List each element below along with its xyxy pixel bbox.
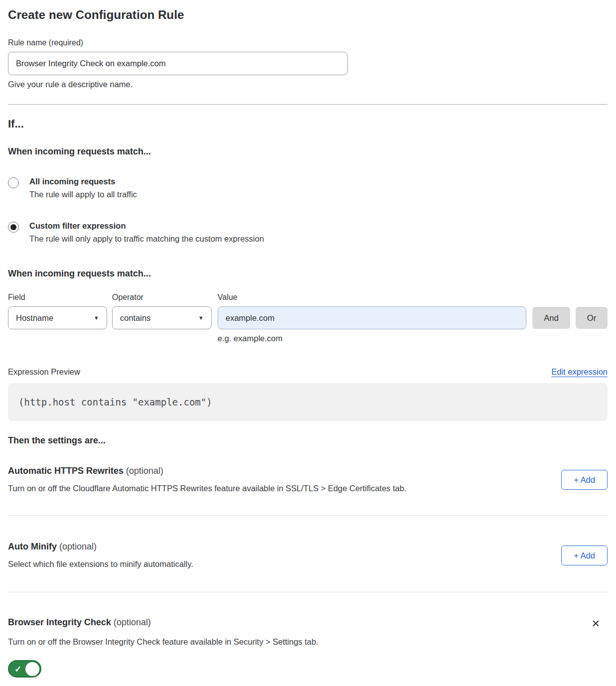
add-automatic-https-rewrites-button[interactable]: + Add — [561, 470, 608, 490]
section-divider — [8, 592, 608, 592]
field-column-label: Field — [8, 293, 107, 302]
operator-column-label: Operator — [112, 293, 212, 302]
section-divider — [8, 104, 608, 105]
operator-select-value: contains — [120, 313, 150, 323]
radio-option-custom-filter-expression[interactable]: Custom filter expression The rule will o… — [8, 221, 608, 244]
edit-expression-link[interactable]: Edit expression — [551, 367, 608, 377]
radio-label: All incoming requests — [29, 177, 137, 186]
add-auto-minify-button[interactable]: + Add — [561, 546, 608, 565]
chevron-down-icon: ▼ — [94, 315, 99, 321]
radio-description: The rule will only apply to traffic matc… — [29, 234, 264, 244]
radio-button-all-incoming[interactable] — [8, 177, 19, 188]
radio-description: The rule will apply to all traffic — [29, 190, 137, 199]
setting-optional-tag: (optional) — [57, 542, 97, 551]
rule-name-label: Rule name (required) — [8, 38, 608, 47]
setting-browser-integrity-check: Browser Integrity Check (optional) ✕ Tur… — [8, 617, 608, 678]
setting-optional-tag: (optional) — [111, 617, 151, 627]
setting-automatic-https-rewrites: Automatic HTTPS Rewrites (optional) Turn… — [8, 466, 608, 493]
field-select[interactable]: Hostname ▼ — [8, 306, 107, 329]
then-settings-heading: Then the settings are... — [8, 435, 608, 446]
expression-builder-row: Field Hostname ▼ Operator contains ▼ Val… — [8, 293, 608, 329]
operator-select[interactable]: contains ▼ — [112, 306, 212, 329]
setting-description: Turn on or off the Cloudflare Automatic … — [8, 484, 406, 493]
or-button[interactable]: Or — [576, 307, 608, 329]
setting-title: Automatic HTTPS Rewrites — [8, 466, 123, 476]
radio-option-all-incoming-requests[interactable]: All incoming requests The rule will appl… — [8, 177, 608, 199]
setting-title: Browser Integrity Check — [8, 617, 111, 627]
rule-name-input[interactable] — [8, 52, 348, 75]
expression-builder-heading: When incoming requests match... — [8, 269, 608, 279]
if-heading: If... — [8, 118, 608, 131]
section-divider — [8, 515, 608, 516]
close-icon[interactable]: ✕ — [590, 617, 601, 630]
radio-button-custom-filter[interactable] — [8, 222, 19, 233]
browser-integrity-check-toggle[interactable]: ✓ — [8, 660, 41, 678]
radio-label: Custom filter expression — [29, 221, 264, 231]
expression-preview-label: Expression Preview — [8, 367, 80, 377]
rule-name-helper: Give your rule a descriptive name. — [8, 80, 608, 89]
create-configuration-rule-form: Create new Configuration Rule Rule name … — [0, 0, 616, 686]
setting-auto-minify: Auto Minify (optional) Select which file… — [8, 542, 608, 569]
and-button[interactable]: And — [532, 307, 570, 329]
check-icon: ✓ — [14, 664, 21, 674]
setting-description: Select which file extensions to minify a… — [8, 559, 193, 569]
chevron-down-icon: ▼ — [198, 315, 204, 321]
expression-preview-header: Expression Preview Edit expression — [8, 367, 608, 377]
page-title: Create new Configuration Rule — [8, 8, 608, 22]
field-select-value: Hostname — [16, 313, 53, 323]
value-input-helper: e.g. example.com — [218, 334, 608, 343]
expression-preview-code: (http.host contains "example.com") — [8, 383, 608, 421]
value-column-label: Value — [218, 293, 526, 302]
setting-description: Turn on or off the Browser Integrity Che… — [8, 637, 608, 647]
value-input[interactable] — [218, 306, 526, 329]
setting-optional-tag: (optional) — [123, 466, 163, 476]
toggle-knob — [25, 662, 39, 676]
when-requests-match-heading: When incoming requests match... — [8, 146, 608, 157]
setting-title: Auto Minify — [8, 542, 57, 551]
